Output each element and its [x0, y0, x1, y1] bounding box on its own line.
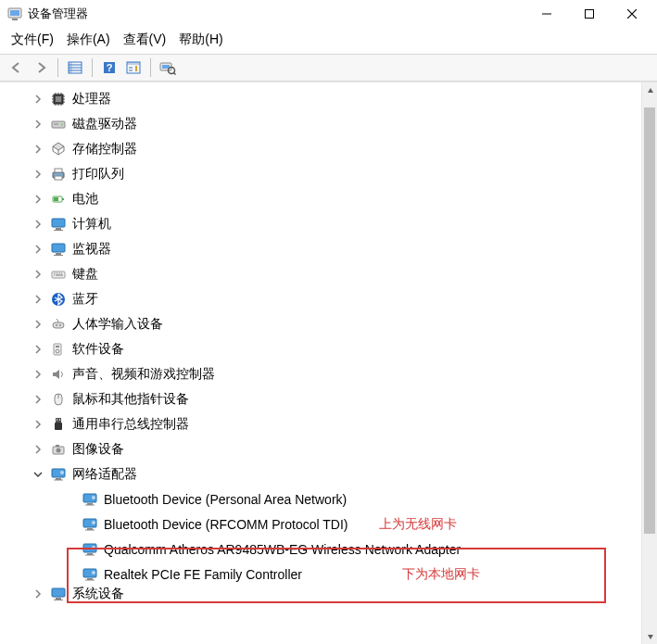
- vertical-scrollbar[interactable]: [641, 82, 657, 644]
- expand-icon[interactable]: [32, 343, 44, 356]
- tree-node[interactable]: 磁盘驱动器: [0, 111, 657, 136]
- menu-help[interactable]: 帮助(H): [179, 32, 222, 48]
- svg-point-50: [92, 496, 95, 499]
- storage-icon: [50, 141, 67, 158]
- tree-child-label: Realtek PCIe FE Family Controller: [104, 567, 302, 582]
- tree-node[interactable]: 通用串行总线控制器: [0, 411, 657, 436]
- tree-node[interactable]: 蓝牙: [0, 286, 657, 311]
- bluetooth-icon: [50, 291, 67, 308]
- tree-node[interactable]: 键盘: [0, 261, 657, 286]
- tree-node[interactable]: 打印队列: [0, 161, 657, 186]
- tree-node[interactable]: 电池: [0, 186, 657, 211]
- svg-rect-35: [56, 346, 59, 347]
- scan-hardware-button[interactable]: [157, 57, 179, 79]
- svg-rect-9: [127, 62, 140, 65]
- monitor-icon: [50, 241, 67, 258]
- tree-node-label: 通用串行总线控制器: [72, 416, 189, 433]
- svg-rect-26: [52, 244, 65, 252]
- tree-node[interactable]: 声音、视频和游戏控制器: [0, 361, 657, 386]
- tree-node[interactable]: 存储控制器: [0, 136, 657, 161]
- show-hide-tree-button[interactable]: [64, 57, 86, 79]
- svg-point-59: [92, 571, 95, 575]
- svg-rect-44: [56, 445, 59, 447]
- usb-icon: [50, 416, 67, 433]
- expand-icon[interactable]: [32, 443, 44, 456]
- collapse-icon[interactable]: [32, 468, 44, 481]
- tree-node[interactable]: 人体学输入设备: [0, 311, 657, 336]
- expand-icon[interactable]: [32, 418, 44, 431]
- tree-node[interactable]: 软件设备: [0, 336, 657, 361]
- tree-node[interactable]: 鼠标和其他指针设备: [0, 386, 657, 411]
- tree-child-node[interactable]: Bluetooth Device (Personal Area Network): [0, 486, 657, 511]
- menu-file[interactable]: 文件(F): [11, 32, 54, 48]
- tree-node-label: 人体学输入设备: [72, 316, 163, 333]
- tree-node-label: 处理器: [72, 91, 111, 107]
- close-button[interactable]: [611, 0, 653, 28]
- expand-icon[interactable]: [32, 193, 44, 206]
- expand-icon[interactable]: [32, 268, 44, 281]
- svg-rect-25: [54, 230, 63, 231]
- tree-node-label: 图像设备: [72, 441, 124, 458]
- svg-rect-27: [56, 253, 61, 255]
- maximize-button[interactable]: [568, 0, 611, 28]
- tree-node[interactable]: 网络适配器: [0, 461, 657, 486]
- mouse-icon: [50, 391, 67, 408]
- svg-rect-19: [55, 176, 62, 180]
- scroll-down-arrow[interactable]: [642, 628, 657, 644]
- tree-node[interactable]: 图像设备: [0, 436, 657, 461]
- tree-node[interactable]: 处理器: [0, 86, 657, 111]
- tree-node-label: 存储控制器: [72, 141, 137, 158]
- tree-node-label: 网络适配器: [72, 466, 137, 483]
- expand-icon[interactable]: [32, 218, 44, 231]
- expand-icon[interactable]: [32, 118, 44, 131]
- expand-icon[interactable]: [32, 368, 44, 381]
- tree-node-label: 打印队列: [72, 166, 124, 183]
- scroll-thumb[interactable]: [644, 107, 655, 534]
- device-tree-container: 处理器磁盘驱动器存储控制器打印队列电池计算机监视器键盘蓝牙人体学输入设备软件设备…: [0, 82, 657, 644]
- expand-icon[interactable]: [32, 587, 44, 600]
- expand-icon[interactable]: [32, 143, 44, 156]
- tree-child-node[interactable]: Realtek PCIe FE Family Controller下为本地网卡: [0, 562, 657, 587]
- expand-icon[interactable]: [32, 243, 44, 256]
- network-adapter-icon: [82, 566, 98, 583]
- svg-rect-18: [55, 169, 62, 172]
- menu-view[interactable]: 查看(V): [123, 32, 167, 48]
- tree-node-label: 蓝牙: [72, 291, 98, 308]
- svg-rect-31: [53, 322, 64, 328]
- scroll-up-arrow[interactable]: [642, 82, 657, 98]
- tree-node[interactable]: 计算机: [0, 211, 657, 236]
- expand-icon[interactable]: [32, 168, 44, 181]
- menu-action[interactable]: 操作(A): [67, 32, 110, 48]
- svg-point-33: [59, 324, 61, 326]
- properties-button[interactable]: [122, 57, 145, 79]
- tree-node[interactable]: 监视器: [0, 236, 657, 261]
- back-button[interactable]: [6, 57, 28, 79]
- network-adapter-icon: [82, 541, 98, 558]
- tree-child-node[interactable]: Qualcomm Atheros AR9485WB-EG Wireless Ne…: [0, 537, 657, 562]
- svg-point-43: [57, 448, 61, 452]
- minimize-button[interactable]: [525, 0, 568, 28]
- printer-icon: [50, 166, 67, 183]
- expand-icon[interactable]: [32, 393, 44, 406]
- tree-child-node[interactable]: Bluetooth Device (RFCOMM Protocol TDI)上为…: [0, 511, 657, 537]
- network-icon: [50, 466, 67, 483]
- monitor-icon: [50, 216, 67, 233]
- tree-node[interactable]: 系统设备: [0, 587, 657, 601]
- expand-icon[interactable]: [32, 93, 44, 106]
- network-adapter-icon: [82, 491, 98, 508]
- svg-point-56: [92, 546, 95, 549]
- svg-rect-62: [54, 600, 63, 600]
- disk-icon: [50, 116, 67, 133]
- svg-point-47: [60, 471, 64, 474]
- svg-point-16: [61, 123, 63, 125]
- camera-icon: [50, 441, 67, 458]
- toolbar-separator: [92, 58, 93, 77]
- svg-rect-38: [56, 418, 61, 423]
- help-button[interactable]: ?: [98, 57, 120, 79]
- expand-icon[interactable]: [32, 318, 44, 331]
- expand-icon[interactable]: [32, 293, 44, 306]
- forward-button[interactable]: [30, 57, 52, 79]
- window-titlebar: 设备管理器: [0, 0, 657, 28]
- svg-rect-1: [10, 10, 19, 16]
- scroll-track[interactable]: [642, 98, 657, 628]
